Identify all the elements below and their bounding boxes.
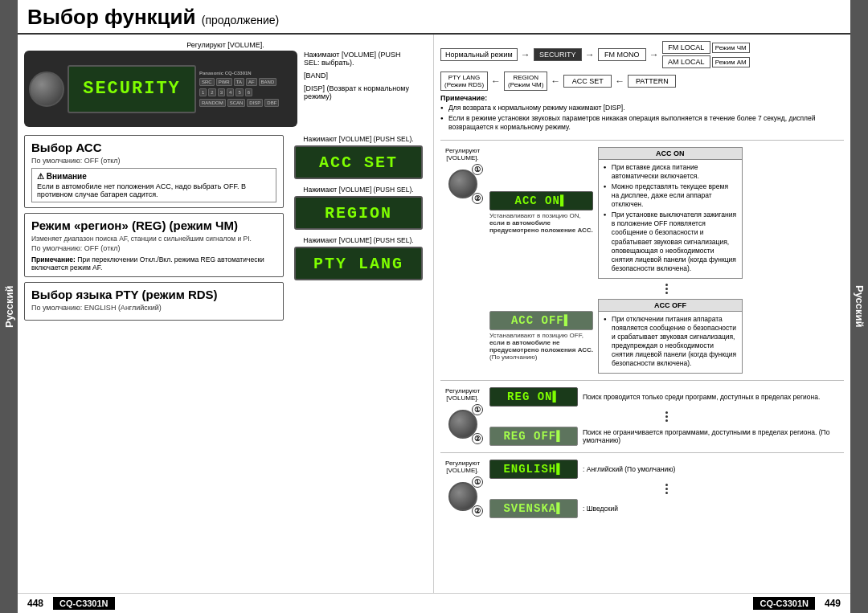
acc-off-bullets: При отключении питания аппарата появляет…: [604, 315, 737, 368]
pty-sv-row: SVENSKA▌ : Шведский: [489, 499, 844, 518]
note-section: Примечание: Для возврата к нормальному р…: [440, 94, 844, 132]
note-title: Примечание:: [440, 94, 844, 102]
arrow-back-3: ←: [615, 76, 624, 87]
acc-off-title: ACC OFF: [599, 300, 742, 312]
btn-3: 3: [218, 88, 225, 96]
btn-af: AF: [246, 78, 257, 86]
acc-knob-with-numbers: ① ②: [443, 164, 483, 204]
acc-off-info: ACC OFF При отключении питания аппарата …: [598, 299, 743, 374]
annotations-panel: Нажимают [VOLUME] (PUSH SEL: выбрать). […: [304, 51, 416, 100]
flow-region: REGION (Режим ЧМ): [504, 72, 547, 91]
button-row-2: 1 2 3 4 5 6: [199, 88, 293, 96]
annotation-band: [BAND]: [304, 72, 416, 80]
page-number-left: 448: [27, 598, 43, 609]
acc-on-pos-text: Устанавливают в позицию ON, если в автом…: [489, 212, 593, 234]
reg-on-row: REG ON▌ Поиск проводится только среди пр…: [489, 387, 844, 407]
flow-security: SECURITY: [534, 48, 582, 61]
pty-knob-with-numbers: ① ②: [443, 476, 483, 517]
pty-display: PTY LANG: [294, 247, 423, 280]
acc-on-display: ACC ON▌: [489, 191, 593, 210]
side-tab-left: Русский: [0, 0, 18, 613]
acc-on-info: ACC ON При вставке диска питание автомат…: [598, 147, 743, 279]
badge-1-acc: ①: [472, 164, 483, 175]
display-text: SECURITY: [83, 79, 181, 99]
main-content: Выбор функций (продолжение) Регулируют […: [18, 0, 850, 613]
acc-warning: ⚠ Внимание Если в автомобиле нет положен…: [31, 168, 276, 202]
flow-fm-local-row: FM LOCAL Режим ЧМ: [662, 41, 750, 54]
btn-scan: SCAN: [227, 99, 246, 107]
left-sections: Выбор АСС По умолчанию: OFF (откл) ⚠ Вни…: [24, 135, 284, 321]
volume-knob: [29, 72, 64, 107]
dot1: [665, 484, 668, 486]
middle-displays: Нажимают [VOLUME] (PUSH SEL). ACC SET На…: [290, 135, 427, 321]
flow-row-2: PTY LANG (Режим RDS) ← REGION (Режим ЧМ)…: [440, 72, 844, 91]
pty-en-row: ENGLISH▌ : Английский (По умолчанию): [489, 460, 844, 479]
warning-title: ⚠ Внимание: [37, 172, 271, 181]
warning-text: Если в автомобиле нет положения АСС, над…: [37, 182, 271, 198]
side-tab-right: Русский: [850, 0, 868, 613]
pty-text: PTY LANG: [313, 255, 403, 273]
acc-off-pos-text: Устанавливают в позицию OFF, если в авто…: [489, 332, 593, 361]
pty-en-display: ENGLISH▌: [489, 460, 578, 479]
flow-am-local-row: AM LOCAL Режим AM: [662, 55, 750, 68]
model-left: CQ-C3301N: [53, 597, 115, 610]
acc-section: Выбор АСС По умолчанию: OFF (откл) ⚠ Вни…: [24, 135, 284, 208]
region-title: Режим «регион» (REG) (режим ЧМ): [31, 219, 276, 232]
acc-on-bullet-3: При установке выключателя зажигания в по…: [604, 210, 737, 272]
note-item-2: Если в режиме установки звуковых парамет…: [440, 114, 844, 132]
badge-2-reg: ②: [472, 433, 483, 444]
left-main-content: Выбор АСС По умолчанию: OFF (откл) ⚠ Вни…: [24, 135, 427, 321]
acc-on-bullet-2: Можно представлять текущее время на дисп…: [604, 182, 737, 209]
footer-left: 448 CQ-C3301N: [27, 597, 115, 610]
acc-off-display: ACC OFF▌: [489, 311, 593, 330]
acc-vol-label: Регулируют [VOLUME].: [440, 147, 485, 161]
badge-2-acc: ②: [472, 193, 483, 204]
radio-device: SECURITY Panasonic CQ-C3301N SRC PWR TA …: [24, 51, 297, 127]
arrow-3: →: [649, 49, 659, 60]
page-title: Выбор функций (продолжение): [27, 5, 841, 30]
reg-off-text: Поиск не ограничивается программами, дос…: [583, 428, 844, 444]
reg-knob-with-numbers: ① ②: [443, 404, 483, 444]
radio-with-annotations: SECURITY Panasonic CQ-C3301N SRC PWR TA …: [24, 51, 427, 127]
dot2: [665, 288, 668, 290]
flow-section: Нормальный режим → SECURITY → FM MONO → …: [440, 41, 844, 133]
button-row-3: RANDOM SCAN DISP DBF: [199, 99, 293, 107]
region-display-group: Нажимают [VOLUME] (PUSH SEL). REGION: [294, 186, 423, 230]
note-item-1: Для возврата к нормальному режиму нажима…: [440, 104, 844, 112]
reg-vol-label: Регулируют [VOLUME].: [440, 387, 485, 402]
flow-am-local: AM LOCAL: [662, 55, 710, 68]
reg-info-section: Регулируют [VOLUME]. ① ② REG ON▌ Поиск п…: [440, 387, 844, 446]
pty-display-group: Нажимают [VOLUME] (PUSH SEL). PTY LANG: [294, 236, 423, 280]
acc-off-bullet-1: При отключении питания аппарата появляет…: [604, 315, 737, 368]
region-default: По умолчанию: OFF (откл): [31, 244, 276, 252]
acc-info-section: Регулируют [VOLUME]. ① ② ACC ON▌: [440, 147, 844, 374]
btn-disp: DISP: [247, 99, 263, 107]
region-instruction: Нажимают [VOLUME] (PUSH SEL).: [303, 186, 413, 194]
acc-on-bullets: При вставке диска питание автоматически …: [604, 163, 737, 273]
pty-instruction: Нажимают [VOLUME] (PUSH SEL).: [303, 236, 413, 244]
btn-ta: TA: [234, 78, 244, 86]
flow-am: Режим AM: [712, 57, 750, 67]
acc-title: Выбор АСС: [31, 141, 276, 154]
acc-default: По умолчанию: OFF (откл): [31, 157, 276, 165]
reg-displays: REG ON▌ Поиск проводится только среди пр…: [489, 387, 844, 446]
reg-on-display: REG ON▌: [489, 387, 578, 407]
pty-displays: ENGLISH▌ : Английский (По умолчанию) SVE…: [489, 460, 844, 518]
flow-fm-mono: FM MONO: [598, 48, 646, 61]
flow-row-1: Нормальный режим → SECURITY → FM MONO → …: [440, 41, 844, 68]
vertical-dots-reg: [489, 411, 844, 422]
dot1: [665, 284, 668, 286]
btn-src: SRC: [199, 78, 215, 86]
flow-fm-local: FM LOCAL: [662, 41, 710, 54]
region-desc: Изменяет диапазон поиска AF, станции с с…: [31, 235, 276, 243]
annotation-disp: [DISP] (Возврат к нормальному режиму): [304, 84, 416, 100]
pty-info-section: Регулируют [VOLUME]. ① ② ENGLISH▌ : Англ…: [440, 460, 844, 518]
reg-off-display: REG OFF▌: [489, 427, 578, 446]
acc-display-group: Нажимают [VOLUME] (PUSH SEL). ACC SET: [294, 135, 423, 179]
pty-default: По умолчанию: ENGLISH (Английский): [31, 304, 276, 312]
dot3: [665, 292, 668, 294]
arrow-1: →: [521, 49, 530, 60]
radio-right-controls: Panasonic CQ-C3301N SRC PWR TA AF BAND 1: [199, 71, 293, 107]
dot3: [665, 419, 668, 422]
btn-2: 2: [208, 88, 215, 96]
